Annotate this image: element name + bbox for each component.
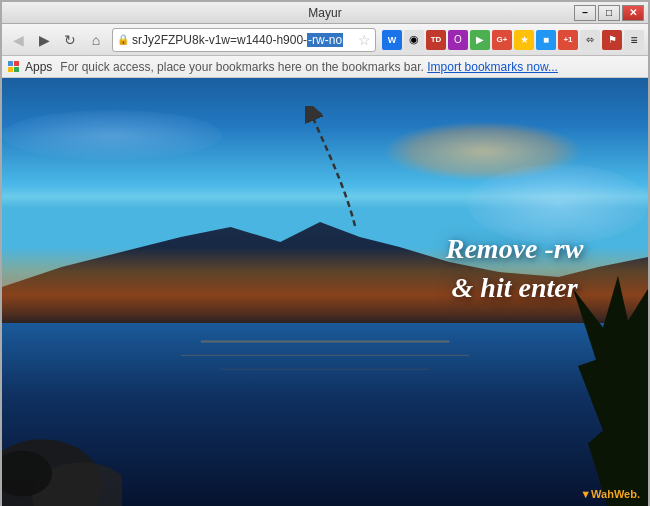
ext-icon-circle[interactable]: ◉ [404,30,424,50]
home-button[interactable]: ⌂ [84,28,108,52]
ext-icon-opera[interactable]: O [448,30,468,50]
cloud-3 [2,110,222,160]
back-button[interactable]: ◀ [6,28,30,52]
ext-icon-w[interactable]: W [382,30,402,50]
close-button[interactable]: ✕ [622,5,644,21]
overlay-instruction: Remove -rw & hit enter [446,229,584,307]
main-content: Remove -rw & hit enter ▼WahWeb. [2,78,648,506]
navigation-bar: ◀ ▶ ↻ ⌂ 🔒 srJy2FZPU8k-v1w=w1440-h900--rw… [2,24,648,56]
ext-icon-flag[interactable]: ⚑ [602,30,622,50]
arrow-svg [305,106,385,236]
watermark-highlight: WahWeb [591,488,637,500]
apps-label: Apps [25,60,52,74]
ext-icon-td[interactable]: TD [426,30,446,50]
url-text: srJy2FZPU8k-v1w=w1440-h900--rw-no [132,33,355,47]
ext-icon-square[interactable]: ■ [536,30,556,50]
ssl-icon: 🔒 [117,34,129,45]
menu-icon[interactable]: ≡ [624,30,644,50]
ext-icon-star[interactable]: ★ [514,30,534,50]
ext-icon-exchange[interactable]: ⬄ [580,30,600,50]
svg-marker-5 [573,276,648,506]
extension-icons: W ◉ TD O ▶ G+ ★ ■ +1 ⬄ ⚑ ≡ [382,30,644,50]
ext-icon-play[interactable]: ▶ [470,30,490,50]
arrow-annotation [305,106,385,236]
titlebar: Mayur – □ ✕ [2,2,648,24]
watermark: ▼WahWeb. [580,488,640,500]
watermark-suffix: . [637,488,640,500]
maximize-button[interactable]: □ [598,5,620,21]
ext-icon-oneplus[interactable]: +1 [558,30,578,50]
bookmark-star-icon[interactable]: ☆ [358,32,371,48]
bookmark-hint-text: For quick access, place your bookmarks h… [60,60,424,74]
apps-grid-icon [8,61,19,72]
overlay-line2: & hit enter [446,268,584,307]
apps-bookmark[interactable]: Apps [8,60,52,74]
browser-window: Mayur – □ ✕ ◀ ▶ ↻ ⌂ 🔒 srJy2FZPU8k-v1w=w1… [0,0,650,506]
forward-button[interactable]: ▶ [32,28,56,52]
import-bookmarks-link[interactable]: Import bookmarks now... [427,60,558,74]
watermark-prefix: ▼ [580,488,591,500]
bookmarks-bar: Apps For quick access, place your bookma… [2,56,648,78]
window-title: Mayur [308,6,341,20]
minimize-button[interactable]: – [574,5,596,21]
rocks-left [2,336,122,506]
url-bar[interactable]: 🔒 srJy2FZPU8k-v1w=w1440-h900--rw-no ☆ [112,28,376,52]
ext-icon-gplus[interactable]: G+ [492,30,512,50]
url-highlight: -rw-no [307,33,343,47]
reload-button[interactable]: ↻ [58,28,82,52]
url-prefix: srJy2FZPU8k-v1w=w1440-h900- [132,33,307,47]
overlay-line1: Remove -rw [446,229,584,268]
window-controls: – □ ✕ [574,5,644,21]
